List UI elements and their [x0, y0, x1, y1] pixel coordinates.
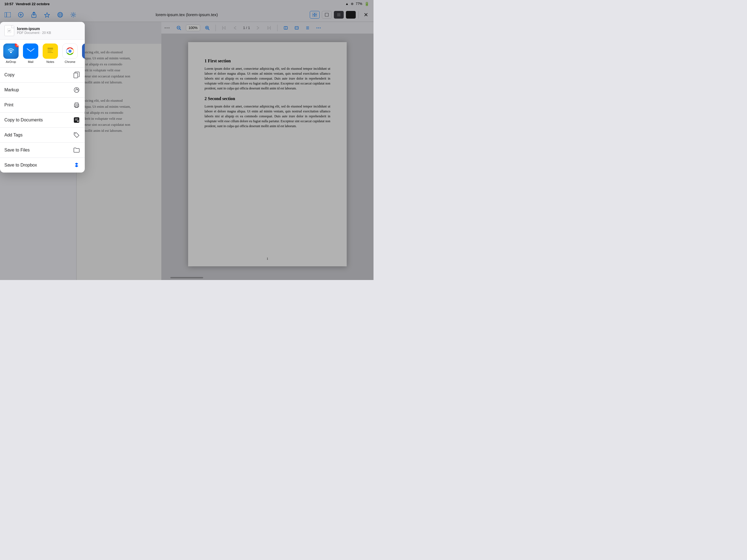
action-print-label: Print	[4, 103, 14, 107]
action-copy-to-documents-label: Copy to Documents	[4, 118, 43, 123]
svg-point-38	[10, 51, 12, 53]
app-item-chrome[interactable]: Chrome	[62, 44, 78, 63]
action-save-to-files-label: Save to Files	[4, 148, 29, 153]
svg-point-54	[78, 105, 78, 105]
mail-label: Mail	[28, 60, 33, 63]
markup-icon	[73, 86, 80, 94]
action-save-to-files[interactable]: Save to Files	[0, 143, 85, 158]
files-icon	[73, 146, 80, 154]
app-item-word[interactable]: W Word	[82, 44, 85, 63]
svg-point-51	[74, 87, 79, 93]
share-preview: lorem-ipsum PDF Document · 20 KB	[0, 22, 85, 40]
action-print[interactable]: Print	[0, 98, 85, 113]
svg-rect-53	[75, 105, 78, 107]
action-add-tags-label: Add Tags	[4, 133, 22, 137]
airdrop-icon: 1	[3, 44, 19, 59]
app-item-notes[interactable]: Notes	[43, 44, 58, 63]
svg-point-57	[75, 133, 76, 134]
svg-rect-42	[48, 50, 53, 50]
app-item-mail[interactable]: Mail	[23, 44, 38, 63]
share-preview-icon	[4, 25, 14, 36]
app-row: 1 AirDrop Mail	[0, 40, 85, 68]
action-save-to-dropbox[interactable]: Save to Dropbox	[0, 158, 85, 173]
share-sheet: lorem-ipsum PDF Document · 20 KB 1 AirDr…	[0, 22, 85, 173]
notes-label: Notes	[47, 60, 54, 63]
print-icon	[73, 101, 80, 109]
notes-icon	[43, 44, 58, 59]
svg-rect-50	[74, 73, 78, 78]
airdrop-badge: 1	[15, 44, 19, 47]
share-preview-text: lorem-ipsum PDF Document · 20 KB	[17, 27, 51, 35]
copy-icon	[73, 71, 80, 79]
airdrop-label: AirDrop	[6, 60, 16, 63]
action-copy-label: Copy	[4, 73, 15, 77]
svg-point-47	[69, 50, 72, 53]
chrome-label: Chrome	[65, 60, 75, 63]
svg-rect-43	[48, 51, 52, 51]
svg-rect-44	[48, 52, 53, 53]
documents-icon	[73, 116, 80, 124]
action-copy[interactable]: Copy	[0, 68, 85, 82]
tags-icon	[73, 131, 80, 139]
action-save-to-dropbox-label: Save to Dropbox	[4, 163, 37, 168]
svg-rect-41	[48, 48, 53, 49]
share-file-name: lorem-ipsum	[17, 27, 51, 31]
action-copy-to-documents[interactable]: Copy to Documents	[0, 113, 85, 128]
mail-icon	[23, 44, 38, 59]
share-file-meta: PDF Document · 20 KB	[17, 31, 51, 35]
action-markup-label: Markup	[4, 87, 19, 93]
action-markup[interactable]: Markup	[0, 82, 85, 98]
dropbox-icon	[73, 161, 80, 169]
action-list: Copy Markup Print	[0, 68, 85, 173]
action-add-tags[interactable]: Add Tags	[0, 128, 85, 143]
app-item-airdrop[interactable]: 1 AirDrop	[3, 44, 19, 63]
chrome-icon	[62, 44, 78, 59]
word-icon: W	[82, 44, 85, 59]
